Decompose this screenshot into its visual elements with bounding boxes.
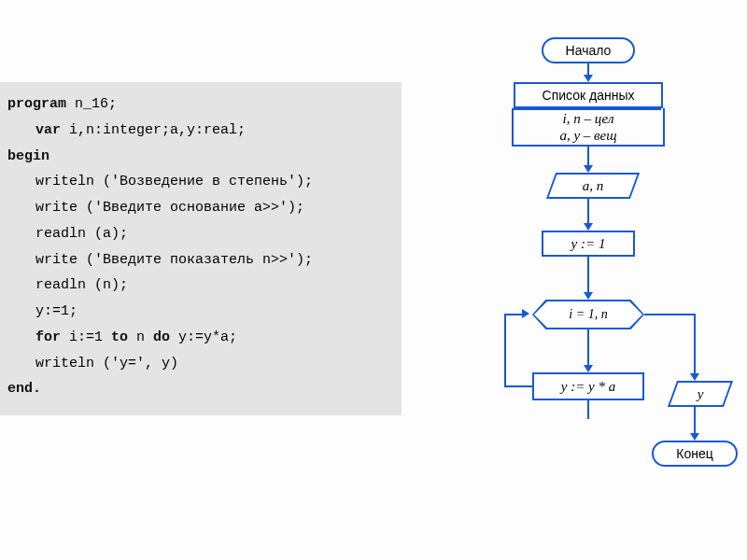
code-panel: program n_16; var i,n:integer;a,y:real; … — [0, 82, 402, 415]
flow-assign1: y := 1 — [542, 231, 635, 257]
label: y := y * a — [561, 379, 615, 395]
code-text: i:=1 — [61, 329, 111, 345]
divider — [512, 108, 514, 145]
flow-input: a, n — [546, 173, 640, 199]
divider — [663, 108, 665, 145]
code-line: writeln ('y=', y) — [7, 351, 394, 377]
label: Начало — [566, 43, 612, 58]
arrow-head-icon — [522, 309, 529, 318]
flow-output: y — [668, 381, 733, 407]
code-line: end. — [7, 376, 394, 402]
code-text: n_16; — [66, 96, 117, 112]
code-text: i,n:integer;a,y:real; — [61, 122, 246, 138]
flow-start: Начало — [542, 37, 635, 63]
keyword: program — [7, 96, 66, 112]
arrow-head-icon — [584, 223, 593, 231]
code-line: program n_16; — [7, 91, 394, 118]
arrow-head-icon — [584, 75, 593, 82]
arrow-head-icon — [690, 433, 699, 441]
label: i = 1, n — [569, 307, 607, 322]
label: a, y – вещ — [559, 128, 616, 143]
arrow-head-icon — [584, 365, 593, 372]
flow-datalist: Список данных — [514, 82, 663, 108]
code-line: readln (n); — [7, 273, 394, 299]
code-line: for i:=1 to n do y:=y*a; — [7, 325, 394, 351]
keyword: for — [35, 329, 61, 345]
code-text: n — [128, 329, 153, 345]
flow-loop: i = 1, n — [532, 300, 644, 329]
code-line: readln (a); — [7, 221, 394, 247]
label: Список данных — [543, 88, 635, 103]
label: Конец — [676, 446, 712, 461]
code-line: write ('Введите основание a>>'); — [7, 195, 394, 221]
code-line: write ('Введите показатель n>>'); — [7, 247, 394, 273]
flow-assign2: y := y * a — [532, 372, 644, 400]
label: y := 1 — [571, 236, 606, 252]
code-line: var i,n:integer;a,y:real; — [7, 118, 394, 144]
arrow — [504, 385, 532, 387]
keyword: end. — [7, 381, 41, 397]
arrow — [587, 199, 589, 225]
arrow — [504, 315, 506, 387]
keyword: begin — [7, 148, 49, 164]
code-text: y:=y*a; — [170, 329, 237, 345]
keyword: var — [35, 122, 61, 138]
arrow — [644, 314, 696, 315]
arrow — [587, 257, 589, 294]
arrow — [587, 329, 589, 367]
arrow — [587, 400, 589, 419]
code-line: y:=1; — [7, 299, 394, 325]
arrow — [694, 314, 696, 375]
arrow-head-icon — [584, 165, 593, 173]
flow-types: i, n – цел a, y – вещ — [514, 110, 663, 145]
code-line: begin — [7, 144, 394, 170]
arrow-head-icon — [690, 373, 699, 381]
label: a, n — [583, 178, 604, 194]
keyword: do — [153, 329, 170, 345]
keyword: to — [111, 329, 128, 345]
label: y — [698, 386, 704, 402]
arrow-head-icon — [584, 292, 593, 300]
arrow — [694, 407, 696, 435]
code-line: writeln ('Возведение в степень'); — [7, 169, 394, 195]
flowchart: Начало Список данных i, n – цел a, y – в… — [402, 37, 747, 560]
flow-end: Конец — [652, 441, 738, 467]
label: i, n – цел — [563, 111, 614, 126]
arrow — [587, 147, 589, 167]
